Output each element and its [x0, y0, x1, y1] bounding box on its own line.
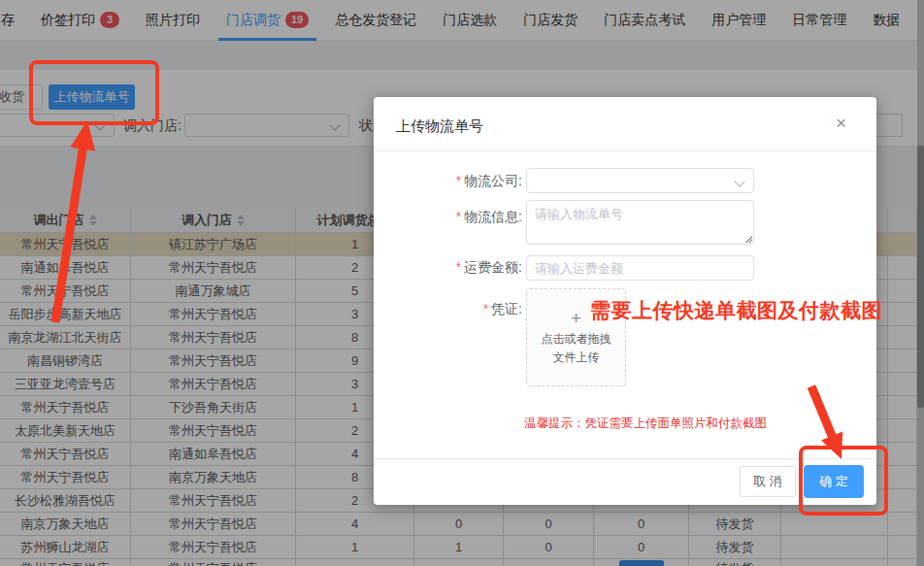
modal-title: 上传物流单号 [396, 117, 483, 136]
logistics-info-textarea[interactable] [527, 201, 753, 244]
required-mark: * [483, 301, 488, 316]
annotation-rect-upload-button [29, 60, 159, 125]
chevron-down-icon [734, 176, 744, 186]
cancel-button[interactable]: 取 消 [740, 466, 796, 497]
logistics-info-label: *物流信息: [380, 209, 522, 226]
required-mark: * [456, 209, 461, 224]
required-mark: * [456, 259, 461, 275]
logistics-company-label: *物流公司: [380, 173, 522, 190]
close-icon[interactable]: × [836, 114, 846, 133]
resize-handle-icon[interactable] [744, 235, 752, 243]
required-mark: * [456, 173, 461, 188]
annotation-rect-confirm-button [799, 446, 888, 516]
logistics-company-select[interactable] [526, 168, 754, 193]
modal-header-divider [374, 150, 876, 151]
freight-amount-input[interactable] [526, 255, 754, 281]
annotation-upload-note: 需要上传快递单截图及付款截图 [590, 297, 882, 324]
logistics-info-field-wrap [526, 200, 754, 245]
freight-amount-label: *运费金额: [380, 259, 522, 277]
warm-tip-text: 温馨提示：凭证需要上传面单照片和付款截图 [524, 416, 767, 432]
voucher-label: *凭证: [380, 301, 522, 318]
upload-hint-text: 点击或者拖拽文件上传 [527, 330, 625, 367]
